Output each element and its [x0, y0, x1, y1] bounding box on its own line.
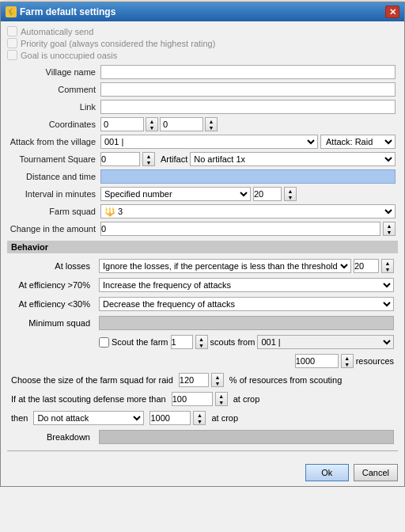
farm-squad-row: Farm squad 🔱 3 [7, 203, 398, 220]
cancel-button[interactable]: Cancel [354, 464, 398, 481]
squad-input-group: 🔱 3 [100, 204, 396, 218]
scout-village-select[interactable]: 001 | [257, 335, 394, 349]
close-button[interactable]: ✕ [385, 6, 399, 18]
form-table: Village name Comment Link Coordinates ▲▼ [7, 63, 398, 238]
interval-select[interactable]: Specified number [100, 187, 251, 201]
scout-input-group: Scout the farm ▲▼ scouts from 001 | [99, 335, 394, 349]
coord-y-spin[interactable]: ▲▼ [205, 117, 218, 131]
then-at: at crop [211, 413, 238, 423]
distance-row: Distance and time [7, 168, 398, 185]
title-bar: 🌾 Farm default settings ✕ [1, 2, 404, 21]
then-row: then Do not attack ▲▼ at crop [9, 409, 396, 427]
resources-spin[interactable]: ▲▼ [341, 354, 354, 368]
change-input-group: ▲▼ [100, 222, 396, 236]
scout-label: Scout the farm [112, 337, 168, 347]
ok-button[interactable]: Ok [305, 464, 349, 481]
coord-y-input[interactable] [160, 117, 203, 131]
raid-size-row: Choose the size of the farm squad for ra… [9, 371, 396, 389]
raid-spin[interactable]: ▲▼ [211, 373, 224, 387]
village-name-row: Village name [7, 63, 398, 81]
change-amount-input[interactable] [100, 222, 380, 236]
breakdown-bar [99, 430, 394, 444]
then-spin[interactable]: ▲▼ [193, 411, 206, 425]
resources-row: ▲▼ resources [9, 352, 396, 370]
coordinates-label: Coordinates [49, 120, 96, 129]
eff-70-row: At efficiency >70% Increase the frequenc… [9, 276, 396, 294]
coord-x-input[interactable] [100, 117, 144, 131]
tournament-input-group: ▲▼ Artifact No artifact 1x [100, 152, 396, 166]
auto-send-checkbox[interactable] [7, 26, 17, 36]
eff-30-label: At efficiency <30% [18, 299, 90, 309]
if-scouting-num-input[interactable] [172, 392, 213, 406]
if-scouting-label: If at the last scouting defense more tha… [11, 394, 166, 404]
min-squad-bar [99, 316, 394, 330]
then-select[interactable]: Do not attack [33, 411, 144, 425]
at-losses-select[interactable]: Ignore the losses, if the percentage is … [99, 259, 351, 273]
then-num-input[interactable] [150, 411, 191, 425]
distance-bar [100, 169, 396, 184]
attack-type-select[interactable]: Attack: Raid [320, 135, 396, 149]
resources-num-input[interactable] [295, 354, 339, 368]
main-window: 🌾 Farm default settings ✕ Automatically … [0, 2, 405, 487]
tournament-input[interactable] [100, 152, 140, 166]
interval-num-input[interactable] [253, 187, 282, 201]
unoccupied-label: Goal is unoccupied oasis [21, 51, 117, 60]
attack-village-select[interactable]: 001 | [100, 135, 318, 149]
if-scouting-spin[interactable]: ▲▼ [215, 392, 228, 406]
interval-spin[interactable]: ▲▼ [284, 187, 297, 201]
farm-squad-label: Farm squad [49, 207, 96, 216]
losses-num-input[interactable] [354, 259, 379, 273]
village-name-label: Village name [46, 67, 96, 77]
then-input-group: then Do not attack ▲▼ at crop [11, 411, 394, 425]
at-losses-label: At losses [55, 261, 90, 271]
tournament-row: Tournament Square ▲▼ Artifact No artifac… [7, 150, 398, 168]
raid-pct-label: % of resources from scouting [229, 375, 342, 385]
behavior-table: At losses Ignore the losses, if the perc… [7, 256, 398, 447]
then-label: then [11, 413, 28, 423]
resources-input-group: ▲▼ resources [99, 354, 394, 368]
scout-spin[interactable]: ▲▼ [195, 335, 208, 349]
attack-input-group: 001 | Attack: Raid [100, 135, 396, 149]
if-scouting-at: at crop [233, 394, 260, 404]
tournament-spin[interactable]: ▲▼ [142, 152, 155, 166]
interval-label: Interval in minutes [25, 189, 96, 199]
link-input[interactable] [100, 100, 396, 114]
min-squad-label: Minimum squad [28, 318, 90, 328]
village-name-input[interactable] [100, 65, 396, 79]
eff-70-label: At efficiency >70% [18, 280, 90, 290]
losses-spin[interactable]: ▲▼ [381, 259, 394, 273]
scout-checkbox[interactable] [99, 337, 109, 348]
raid-num-input[interactable] [179, 373, 209, 387]
resources-label: resources [356, 356, 394, 366]
comment-row: Comment [7, 81, 398, 98]
breakdown-label: Breakdown [47, 432, 90, 442]
auto-send-label: Automatically send [21, 27, 93, 36]
eff-70-select[interactable]: Increase the frequency of attacks [99, 278, 394, 292]
scout-num-input[interactable] [171, 335, 193, 349]
farm-squad-select[interactable]: 🔱 3 [100, 204, 396, 218]
unoccupied-row: Goal is unoccupied oasis [7, 50, 398, 60]
footer-buttons: Ok Cancel [1, 459, 404, 486]
attack-label: Attack from the village [10, 137, 96, 146]
interval-row: Interval in minutes Specified number ▲▼ [7, 185, 398, 203]
title-bar-left: 🌾 Farm default settings [6, 6, 115, 17]
priority-goal-row: Priority goal (always considered the hig… [7, 38, 398, 48]
priority-goal-label: Priority goal (always considered the hig… [21, 39, 215, 48]
losses-input-group: Ignore the losses, if the percentage is … [99, 259, 394, 273]
tournament-label: Tournament Square [19, 154, 96, 164]
coord-x-spin[interactable]: ▲▼ [146, 117, 158, 131]
unoccupied-checkbox[interactable] [7, 50, 17, 60]
min-squad-row: Minimum squad [9, 314, 396, 332]
at-losses-row: At losses Ignore the losses, if the perc… [9, 257, 396, 275]
auto-send-row: Automatically send [7, 26, 398, 36]
window-title: Farm default settings [20, 6, 115, 17]
priority-goal-checkbox[interactable] [7, 38, 17, 48]
scout-from-label: scouts from [210, 337, 255, 347]
artifact-select[interactable]: No artifact 1x [190, 152, 396, 166]
raid-input-group: Choose the size of the farm squad for ra… [11, 373, 394, 387]
change-amount-spin[interactable]: ▲▼ [383, 222, 396, 236]
comment-label: Comment [58, 85, 96, 94]
attack-row: Attack from the village 001 | Attack: Ra… [7, 133, 398, 150]
comment-input[interactable] [100, 82, 396, 97]
eff-30-select[interactable]: Decrease the frequency of attacks [99, 297, 394, 311]
